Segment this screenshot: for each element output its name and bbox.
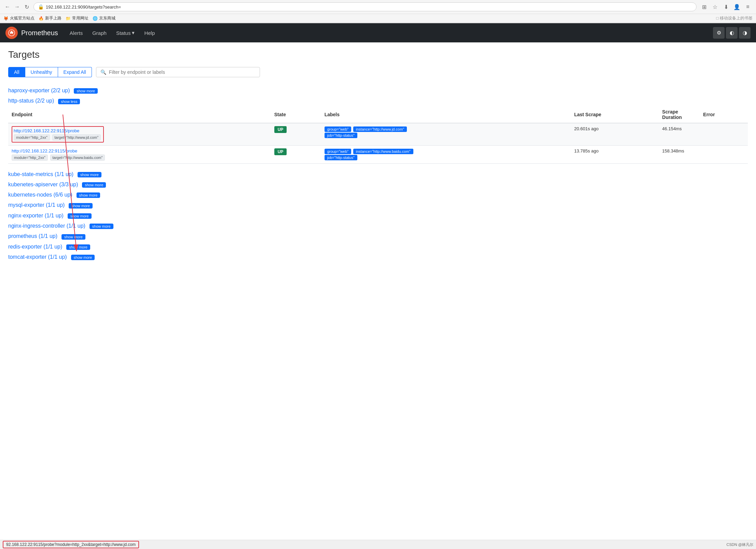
prometheus-logo[interactable]: Prometheus [5,27,58,39]
target-group-nginx-ingress-controller: nginx-ingress-controller (1/1 up) show m… [8,221,748,231]
browser-toolbar: ← → ↻ 🔒 ⊞ ☆ ⬇ 👤 ≡ [0,0,756,14]
scrape-duration-cell-2: 158.348ms [659,145,700,163]
prometheus-show-more-button[interactable]: show more [61,234,85,240]
theme-button[interactable]: ◐ [726,27,738,39]
state-cell-1: UP [271,123,321,146]
browser-chrome: ← → ↻ 🔒 ⊞ ☆ ⬇ 👤 ≡ 🦊 火狐官方站点 🔥 新手上路 📁 常用网址… [0,0,756,23]
endpoint-badge-target-1: target="http://www.jd.com" [52,134,101,140]
target-group-nginx-exporter-title[interactable]: nginx-exporter (1/1 up) [8,213,64,218]
endpoint-cell-2: http://192.168.122.22:9115/probe module=… [8,145,271,163]
target-group-tomcat-exporter-title[interactable]: tomcat-exporter (1/1 up) [8,254,67,260]
kubernetes-nodes-show-more-button[interactable]: show more [77,192,100,198]
nav-graph[interactable]: Graph [87,23,111,42]
target-group-haproxy: haproxy-exporter (2/2 up) show more [8,85,748,96]
address-input[interactable] [46,4,692,10]
kubenetes-apiserver-show-more-button[interactable]: show more [82,182,106,188]
prometheus-logo-icon [5,27,18,39]
label-badge-group-1: group="web" [325,126,352,132]
contrast-button[interactable]: ◑ [739,27,751,39]
filter-expand-all-button[interactable]: Expand All [58,67,92,77]
label-badge-job-2: job="http-status" [325,155,357,160]
target-group-kubenetes-apiserver: kubenetes-apiserver (3/3 up) show more [8,179,748,190]
navbar-links: Alerts Graph Status ▾ Help [65,23,160,42]
tomcat-exporter-show-more-button[interactable]: show more [71,255,95,260]
filter-all-button[interactable]: All [8,67,25,77]
prometheus-icon [8,29,15,37]
target-group-mysql-exporter-title[interactable]: mysql-exporter (1/1 up) [8,202,65,208]
target-group-redis-exporter: redis-exporter (1/1 up) show more [8,242,748,252]
kube-state-metrics-show-more-button[interactable]: show more [78,172,101,177]
nav-status[interactable]: Status ▾ [111,23,140,42]
col-header-state: State [271,106,321,123]
target-group-http-status: http-status (2/2 up) show less [8,96,748,106]
page-title: Targets [8,49,748,60]
nginx-exporter-show-more-button[interactable]: show more [68,213,92,219]
bookmark-foxfire[interactable]: 🦊 火狐官方站点 [3,15,35,21]
redis-exporter-show-more-button[interactable]: show more [66,244,90,250]
nav-alerts[interactable]: Alerts [65,23,87,42]
forward-button[interactable]: → [13,3,21,11]
last-scrape-cell-1: 20.601s ago [571,123,659,146]
table-row: http://192.168.122.22:9115/probe module=… [8,123,748,146]
error-cell-1 [700,123,748,146]
filter-search-container[interactable]: 🔍 [96,67,260,77]
col-header-labels: Labels [321,106,571,123]
search-input[interactable] [109,69,256,75]
target-group-kube-state-metrics-title[interactable]: kube-state-metrics (1/1 up) [8,171,73,177]
download-button[interactable]: ⬇ [721,2,731,12]
bookmark-common[interactable]: 📁 常用网址 [66,15,88,21]
target-group-http-status-title[interactable]: http-status (2/2 up) [8,98,54,104]
filter-button-group: All Unhealthy Expand All [8,67,92,77]
extensions-button[interactable]: ⊞ [699,2,709,12]
target-group-haproxy-title[interactable]: haproxy-exporter (2/2 up) [8,88,70,93]
target-group-nginx-ingress-title[interactable]: nginx-ingress-controller (1/1 up) [8,223,85,229]
endpoint-badge-module-1: module="http_2xx" [14,134,50,140]
prometheus-logo-text: Prometheus [21,29,58,37]
table-body: http://192.168.122.22:9115/probe module=… [8,123,748,164]
http-status-table-container: Endpoint State Labels Last Scrape Scrape… [8,106,748,164]
table-header: Endpoint State Labels Last Scrape Scrape… [8,106,748,123]
endpoint-cell-1: http://192.168.122.22:9115/probe module=… [8,123,271,146]
target-group-prometheus: prometheus (1/1 up) show more [8,231,748,241]
bookmark-button[interactable]: ☆ [710,2,720,12]
state-badge-2: UP [274,148,287,155]
label-badge-group-2: group="web" [325,149,352,154]
endpoint-highlight-box-1: http://192.168.122.22:9115/probe module=… [12,126,104,143]
haproxy-show-more-button[interactable]: show more [74,88,98,94]
col-header-last-scrape: Last Scrape [571,106,659,123]
endpoint-link-2[interactable]: http://192.168.122.22:9115/probe [12,148,267,153]
mysql-exporter-show-more-button[interactable]: show more [69,203,93,209]
back-button[interactable]: ← [3,3,12,11]
target-group-kubenetes-apiserver-title[interactable]: kubenetes-apiserver (3/3 up) [8,182,78,187]
target-group-kubernetes-nodes: kubernetes-nodes (6/6 up) show more [8,190,748,200]
main-content: Targets All Unhealthy Expand All 🔍 hapro… [0,42,756,272]
mobile-bookmarks-label: □ 移动设备上的书签 [716,15,753,21]
scrape-duration-cell-1: 46.154ms [659,123,700,146]
address-bar[interactable]: 🔒 [33,2,697,11]
search-icon: 🔍 [100,69,106,75]
target-group-tomcat-exporter: tomcat-exporter (1/1 up) show more [8,252,748,262]
settings-button[interactable]: ⚙ [713,27,725,39]
endpoint-link-1[interactable]: http://192.168.122.22:9115/probe [14,128,102,133]
http-status-show-less-button[interactable]: show less [58,99,80,104]
target-group-kubernetes-nodes-title[interactable]: kubernetes-nodes (6/6 up) [8,192,72,198]
state-badge-1: UP [274,126,287,133]
bookmark-newuser[interactable]: 🔥 新手上路 [39,15,61,21]
profile-button[interactable]: 👤 [732,2,742,12]
target-group-redis-exporter-title[interactable]: redis-exporter (1/1 up) [8,244,62,250]
targets-table: Endpoint State Labels Last Scrape Scrape… [8,106,748,164]
filter-unhealthy-button[interactable]: Unhealthy [25,67,58,77]
refresh-button[interactable]: ↻ [23,3,31,11]
browser-nav-buttons: ← → ↻ [3,3,31,11]
error-cell-2 [700,145,748,163]
menu-button[interactable]: ≡ [743,2,753,12]
col-header-scrape-duration: ScrapeDuration [659,106,700,123]
nav-help[interactable]: Help [139,23,160,42]
prometheus-navbar: Prometheus Alerts Graph Status ▾ Help ⚙ … [0,23,756,42]
nginx-ingress-show-more-button[interactable]: show more [90,224,113,229]
state-cell-2: UP [271,145,321,163]
target-group-prometheus-title[interactable]: prometheus (1/1 up) [8,233,57,239]
col-header-endpoint: Endpoint [8,106,271,123]
bookmark-jd[interactable]: 🌐 京东商城 [93,15,115,21]
target-group-nginx-exporter: nginx-exporter (1/1 up) show more [8,211,748,221]
